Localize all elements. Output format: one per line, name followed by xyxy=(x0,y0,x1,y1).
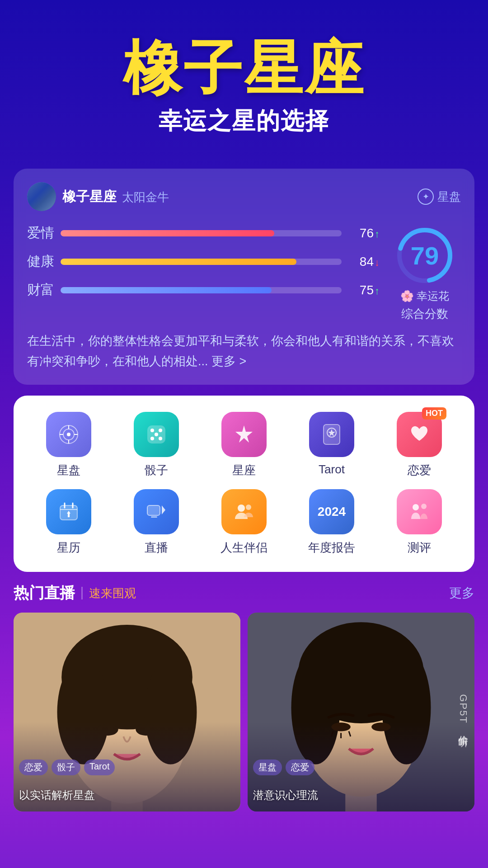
live-grid: 恋爱 骰子 Tarot 以实话解析星盘 xyxy=(14,613,474,811)
feature-grid: 星盘 骰子 星座 xyxy=(27,412,461,556)
lucky-label: 幸运花 xyxy=(417,289,449,303)
svg-point-29 xyxy=(413,504,419,510)
header-section: 橡子星座 幸运之星的选择 xyxy=(0,0,488,155)
star-chart-label: 星盘 xyxy=(437,189,461,205)
love-label: 爱情 xyxy=(27,224,54,242)
live-card-2[interactable]: GP5T 偷偷听 星盘 恋爱 潜意识心理流 xyxy=(248,613,474,811)
star-chart-button[interactable]: ✦ 星盘 xyxy=(418,189,461,205)
user-name: 橡子星座 xyxy=(62,189,117,204)
wealth-label: 财富 xyxy=(27,281,54,299)
banlu-label: 人生伴侣 xyxy=(221,540,267,556)
love-bar-bg xyxy=(61,230,342,236)
more-button[interactable]: 更多 xyxy=(449,585,474,602)
svg-point-30 xyxy=(421,504,427,509)
health-bar-bg xyxy=(61,259,342,265)
niandu-label: 年度报告 xyxy=(308,540,355,556)
health-bar-fill xyxy=(61,259,296,265)
love-value: 76↑ xyxy=(348,226,380,241)
score-total-label: 综合分数 xyxy=(401,306,448,322)
feature-shaizi[interactable]: 骰子 xyxy=(115,412,198,478)
score-circle: 79 🌸 幸运花 综合分数 xyxy=(389,224,461,322)
xingli-icon xyxy=(46,489,91,534)
section-title-group: 热门直播 速来围观 xyxy=(14,583,136,604)
description-text: 在生活中，你的整体性格会更加平和与柔软，你会和他人有和谐的关系，不喜欢有冲突和争… xyxy=(27,331,461,371)
live-tag: 恋爱 xyxy=(19,760,48,775)
zhibo-label: 直播 xyxy=(145,540,168,556)
lucky-flower: 🌸 幸运花 xyxy=(400,289,449,303)
svg-marker-15 xyxy=(235,425,253,443)
section-header: 热门直播 速来围观 更多 xyxy=(14,583,474,604)
health-value: 84↓ xyxy=(348,255,380,269)
tarot-label: Tarot xyxy=(319,462,345,476)
hot-live-title: 热门直播 xyxy=(14,583,75,604)
svg-point-13 xyxy=(150,437,154,440)
live-caption-1: 以实话解析星盘 xyxy=(19,788,235,802)
stat-health: 健康 84↓ xyxy=(27,252,380,271)
user-sign: 太阳金牛 xyxy=(122,190,169,204)
xingzuo-label: 星座 xyxy=(232,462,256,478)
love-bar-fill xyxy=(61,230,274,236)
ceping-icon xyxy=(397,489,442,534)
avatar xyxy=(27,182,56,211)
score-gauge: 79 xyxy=(393,224,456,287)
feature-zhibo[interactable]: 直播 xyxy=(115,489,198,556)
app-subtitle: 幸运之星的选择 xyxy=(18,105,470,137)
live-tag: 恋爱 xyxy=(286,760,314,775)
flower-emoji: 🌸 xyxy=(400,290,414,302)
wealth-value: 75↑ xyxy=(348,283,380,297)
hot-live-subtitle: 速来围观 xyxy=(89,585,136,601)
score-number: 79 xyxy=(411,241,439,270)
svg-marker-25 xyxy=(162,505,165,514)
app-title: 橡子星座 xyxy=(18,36,470,101)
love-arrow: ↑ xyxy=(375,228,380,240)
live-card-1[interactable]: 恋爱 骰子 Tarot 以实话解析星盘 xyxy=(14,613,240,811)
wealth-bar-bg xyxy=(61,287,342,293)
niandu-icon: 2024 xyxy=(309,489,354,534)
banlu-icon xyxy=(221,489,267,534)
svg-point-11 xyxy=(159,429,162,432)
live-tag: Tarot xyxy=(84,760,115,775)
xingzuo-icon xyxy=(221,412,267,457)
side-text-2: GP5T 偷偷听 xyxy=(456,694,470,730)
feature-banlu[interactable]: 人生伴侣 xyxy=(202,489,286,556)
wealth-bar-fill xyxy=(61,287,272,293)
user-info: 橡子星座 太阳金牛 xyxy=(27,182,169,211)
stats-row: 爱情 76↑ 健康 84↓ 财富 xyxy=(27,224,461,322)
xingpan-icon xyxy=(46,412,91,457)
live-tags-2: 星盘 恋爱 xyxy=(253,760,314,775)
feature-xingzuo[interactable]: 星座 xyxy=(202,412,286,478)
live-tag: 星盘 xyxy=(253,760,282,775)
svg-point-10 xyxy=(150,429,154,432)
feature-niandu[interactable]: 2024 年度报告 xyxy=(290,489,373,556)
svg-rect-24 xyxy=(147,505,160,515)
live-tags-1: 恋爱 骰子 Tarot xyxy=(19,760,115,775)
shaizi-label: 骰子 xyxy=(145,462,168,478)
stat-wealth: 财富 75↑ xyxy=(27,281,380,299)
svg-point-28 xyxy=(246,505,251,510)
stats-bars: 爱情 76↑ 健康 84↓ 财富 xyxy=(27,224,380,322)
live-caption-2: 潜意识心理流 xyxy=(253,788,469,802)
xingpan-label: 星盘 xyxy=(57,462,80,478)
section-divider xyxy=(81,587,83,599)
lianai-icon: HOT xyxy=(397,412,442,457)
user-name-group: 橡子星座 太阳金牛 xyxy=(62,188,169,206)
star-chart-icon: ✦ xyxy=(418,189,434,205)
feature-xingli[interactable]: 星历 xyxy=(27,489,110,556)
feature-tarot[interactable]: Tarot xyxy=(290,412,373,478)
feature-xingpan[interactable]: 星盘 xyxy=(27,412,110,478)
svg-point-12 xyxy=(155,433,158,436)
feature-lianai[interactable]: HOT 恋爱 xyxy=(378,412,461,478)
svg-point-4 xyxy=(67,433,70,436)
svg-point-14 xyxy=(159,437,162,440)
svg-point-27 xyxy=(238,505,245,512)
stats-card: 橡子星座 太阳金牛 ✦ 星盘 爱情 76↑ 健康 xyxy=(14,169,474,385)
zhibo-icon xyxy=(134,489,179,534)
feature-ceping[interactable]: 测评 xyxy=(378,489,461,556)
tarot-icon xyxy=(309,412,354,457)
shaizi-icon xyxy=(134,412,179,457)
user-header: 橡子星座 太阳金牛 ✦ 星盘 xyxy=(27,182,461,211)
feature-card: 星盘 骰子 星座 xyxy=(14,396,474,572)
health-arrow: ↓ xyxy=(375,257,380,268)
health-label: 健康 xyxy=(27,252,54,271)
wealth-arrow: ↑ xyxy=(375,285,380,297)
